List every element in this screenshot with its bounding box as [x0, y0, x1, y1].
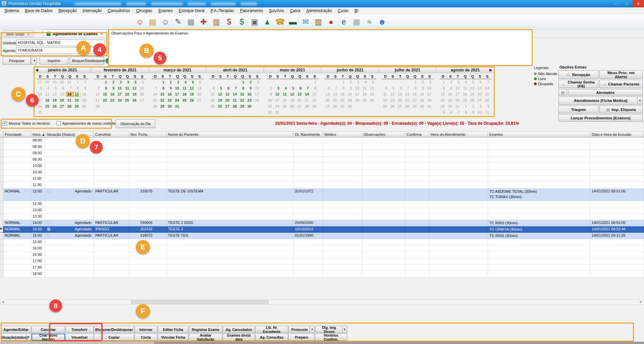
- calendar-day[interactable]: 27: [196, 98, 203, 103]
- calendar-day[interactable]: 25: [181, 98, 189, 103]
- chevron-down-icon[interactable]: ▼: [26, 334, 31, 340]
- calendar-day[interactable]: 22: [73, 98, 81, 103]
- calendar-day[interactable]: 1: [102, 80, 109, 84]
- calendar-day[interactable]: 19: [289, 98, 296, 103]
- estoque-button[interactable]: ▥: [211, 16, 221, 27]
- calendar-day[interactable]: 19: [189, 92, 196, 97]
- calendar-day[interactable]: 28: [94, 104, 102, 109]
- menu-caixa[interactable]: Caixa: [287, 7, 304, 14]
- calendar-day[interactable]: 17: [274, 98, 281, 103]
- calendar-day[interactable]: 5: [439, 110, 447, 115]
- transferir-button[interactable]: Transferir: [65, 326, 94, 333]
- calendar-day[interactable]: 11: [281, 92, 289, 97]
- checkbox-unchecked-icon[interactable]: [56, 121, 61, 125]
- calendar-day[interactable]: 2: [419, 80, 426, 84]
- calendar-day[interactable]: 19: [469, 92, 476, 97]
- ag-cancelados-button[interactable]: Ag. Cancelados: [223, 326, 255, 333]
- calendar-day[interactable]: 2: [447, 80, 454, 84]
- chevron-down-icon[interactable]: ▼: [310, 326, 314, 333]
- scroll-right-icon[interactable]: ►: [638, 300, 644, 304]
- calendar-day[interactable]: 30: [346, 104, 354, 109]
- meus-proc-em-aberto-button[interactable]: Meus Proc. em Aberto: [599, 70, 643, 79]
- column-header-data-e-hora-da-inclusao[interactable]: Data e Hora da inclusão: [590, 131, 644, 137]
- calendar-day[interactable]: 21: [152, 98, 159, 103]
- calendar-day[interactable]: 26: [289, 104, 296, 109]
- calendar-day[interactable]: 27: [139, 98, 146, 103]
- calendar-day[interactable]: 28: [304, 104, 311, 109]
- calendar-day[interactable]: 15: [73, 92, 81, 97]
- chevron-down-icon[interactable]: ▼: [101, 49, 104, 54]
- calendar-day[interactable]: 8: [239, 86, 246, 91]
- calendar-day[interactable]: 23: [246, 98, 254, 103]
- livro-button[interactable]: ▬: [288, 16, 298, 27]
- column-header-hora-do-atendimento[interactable]: Hora do Atendimento: [429, 131, 488, 137]
- calendar-day[interactable]: 2: [346, 80, 354, 84]
- calendar-day[interactable]: 16: [419, 92, 426, 97]
- calendar-day[interactable]: 1: [339, 80, 346, 84]
- visualizar-button[interactable]: Visualizar: [65, 334, 94, 341]
- schedule-row-11-30[interactable]: 11:30: [0, 182, 644, 188]
- calendar-day[interactable]: 26: [469, 98, 476, 103]
- calendar-day[interactable]: 16: [346, 92, 354, 97]
- schedule-row-08-30[interactable]: 08:30: [0, 144, 644, 150]
- calendar-day[interactable]: 1: [311, 80, 318, 84]
- calendar-day[interactable]: 14: [304, 92, 311, 97]
- menu-administracao[interactable]: Administração: [303, 7, 335, 14]
- menu-p-a-terapias[interactable]: P.A./Terapias: [208, 7, 237, 14]
- calendar-day[interactable]: 10: [454, 86, 462, 91]
- dig-img-dicom-button[interactable]: Dig. Img Dicom▼: [315, 326, 347, 333]
- calendar-day[interactable]: 8: [439, 86, 447, 91]
- calendar-day[interactable]: 9: [267, 92, 274, 97]
- column-header-hora[interactable]: Hora ▲: [31, 131, 45, 137]
- menu-base-de-dados[interactable]: Base de Dados: [22, 7, 55, 14]
- calendar-day[interactable]: 17: [116, 92, 124, 97]
- calendar-day[interactable]: 22: [311, 98, 318, 103]
- calendar-day[interactable]: 13: [139, 86, 146, 91]
- vincular-ficha-button[interactable]: Vincular Ficha: [158, 334, 189, 341]
- calendar-day[interactable]: 16: [267, 98, 274, 103]
- schedule-row-10-00[interactable]: 10:00: [0, 163, 644, 169]
- column-header-nome-do-paciente[interactable]: Nome do Paciente: [167, 131, 293, 137]
- calendar-day[interactable]: 20: [59, 98, 66, 103]
- calendar-day[interactable]: 8: [311, 86, 318, 91]
- calendar-day[interactable]: 16: [447, 92, 454, 97]
- relatorios-button[interactable]: ▥: [313, 16, 323, 27]
- chevron-down-icon[interactable]: ▼: [101, 42, 104, 46]
- calendar-day[interactable]: 5: [389, 86, 396, 91]
- calendar-day[interactable]: 23: [166, 98, 174, 103]
- calendar-day[interactable]: 9: [447, 86, 454, 91]
- calendar-day[interactable]: 3: [116, 80, 124, 84]
- calendar-day[interactable]: 14: [484, 86, 491, 91]
- menu-exames[interactable]: Exames: [155, 7, 176, 14]
- calendar-day[interactable]: 27: [476, 98, 484, 103]
- calendar-day[interactable]: 25: [44, 104, 51, 109]
- observacao-do-dia-button[interactable]: Observação do Dia: [116, 119, 155, 128]
- calendar-day[interactable]: 18: [209, 98, 217, 103]
- calendar-day[interactable]: 9: [346, 86, 354, 91]
- calendar-day[interactable]: 10: [274, 92, 281, 97]
- column-header-dt-nascimento[interactable]: Dt. Nascimento: [293, 131, 323, 137]
- mensagens-button[interactable]: ✉: [301, 16, 311, 27]
- calendar-day[interactable]: 31: [274, 110, 281, 115]
- calendar-day[interactable]: 25: [124, 98, 131, 103]
- calendar-day[interactable]: 24: [354, 98, 361, 103]
- calendar-day[interactable]: 2: [469, 104, 476, 109]
- calendar-day[interactable]: 22: [439, 98, 447, 103]
- indicadores-button[interactable]: ▲: [262, 16, 272, 27]
- calendar-day[interactable]: 1: [411, 80, 419, 84]
- triagem-button[interactable]: Triagem: [558, 106, 598, 113]
- calendar-day[interactable]: 9: [469, 110, 476, 115]
- calendar-day[interactable]: 19: [389, 98, 396, 103]
- calendar-day[interactable]: 25: [382, 104, 389, 109]
- lib-hr-excedente-button[interactable]: Lib. Hr. Excedente: [255, 326, 288, 333]
- calendar-day[interactable]: 29: [439, 104, 447, 109]
- calendar-day[interactable]: 30: [447, 104, 454, 109]
- medico-button[interactable]: ☺: [160, 16, 170, 27]
- tab-close-icon[interactable]: ✕: [27, 33, 30, 36]
- calendar-day[interactable]: 5: [289, 86, 296, 91]
- schedule-row-12-30[interactable]: 12:30: [0, 201, 644, 207]
- calendar-day[interactable]: 14: [66, 92, 73, 97]
- e-faturamento-button[interactable]: e: [339, 16, 349, 27]
- column-header-situacao-status[interactable]: Situação (Status): [45, 131, 94, 137]
- calendar-day[interactable]: 7: [152, 86, 159, 91]
